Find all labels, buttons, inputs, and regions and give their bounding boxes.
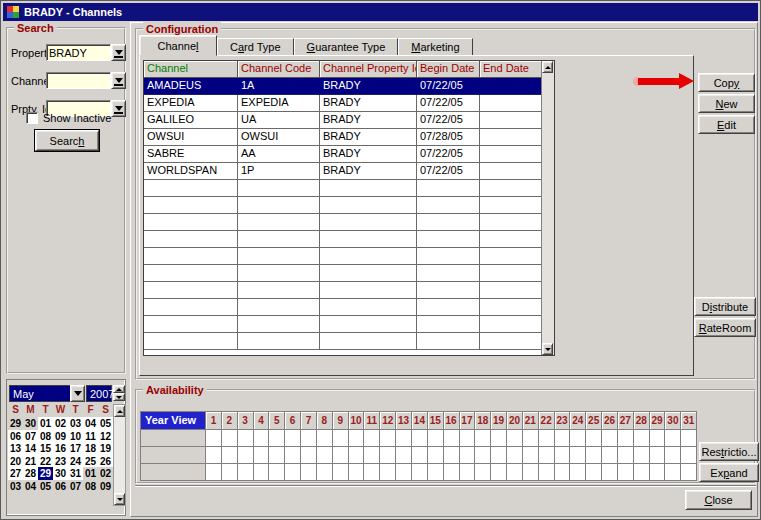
availability-cell[interactable] xyxy=(586,464,602,481)
table-cell[interactable] xyxy=(320,316,417,333)
availability-cell[interactable] xyxy=(364,447,380,464)
new-button[interactable]: New xyxy=(698,94,755,113)
availability-cell[interactable] xyxy=(444,464,460,481)
calendar-day[interactable]: 01 xyxy=(38,417,53,430)
table-cell[interactable]: BRADY xyxy=(320,129,417,146)
calendar-day[interactable]: 06 xyxy=(53,480,68,493)
availability-cell[interactable] xyxy=(523,430,539,447)
calendar-day[interactable]: 26 xyxy=(98,455,113,468)
table-cell[interactable] xyxy=(480,112,542,129)
availability-cell[interactable] xyxy=(555,430,571,447)
calendar-day[interactable]: 04 xyxy=(83,417,98,430)
availability-cell[interactable] xyxy=(586,430,602,447)
table-cell[interactable] xyxy=(238,299,320,316)
table-cell[interactable] xyxy=(238,214,320,231)
table-cell[interactable] xyxy=(480,214,542,231)
table-cell[interactable] xyxy=(320,214,417,231)
calendar-scroll-down-button[interactable] xyxy=(114,493,125,505)
table-cell[interactable] xyxy=(238,333,320,350)
year-down-button[interactable] xyxy=(113,393,125,401)
calendar-day[interactable]: 10 xyxy=(68,430,83,443)
table-cell[interactable] xyxy=(320,197,417,214)
calendar-day[interactable]: 13 xyxy=(8,442,23,455)
availability-cell[interactable] xyxy=(396,430,412,447)
calendar-day[interactable]: 02 xyxy=(53,417,68,430)
calendar-day[interactable]: 17 xyxy=(68,442,83,455)
availability-cell[interactable] xyxy=(428,430,444,447)
table-cell[interactable] xyxy=(144,180,238,197)
availability-cell[interactable] xyxy=(618,447,634,464)
availability-cell[interactable] xyxy=(301,464,317,481)
availability-cell[interactable] xyxy=(602,430,618,447)
availability-cell[interactable] xyxy=(634,447,650,464)
table-cell[interactable]: 1A xyxy=(238,78,320,95)
availability-cell[interactable] xyxy=(206,447,222,464)
availability-cell[interactable] xyxy=(333,447,349,464)
availability-cell[interactable] xyxy=(507,447,523,464)
availability-cell[interactable] xyxy=(602,464,618,481)
table-row-empty[interactable] xyxy=(144,333,542,350)
availability-cell[interactable] xyxy=(650,430,666,447)
availability-cell[interactable] xyxy=(570,430,586,447)
expand-button[interactable]: Expand xyxy=(699,463,759,482)
calendar-day[interactable]: 30 xyxy=(23,417,38,430)
table-cell[interactable] xyxy=(238,265,320,282)
table-cell[interactable] xyxy=(320,282,417,299)
calendar-day[interactable]: 02 xyxy=(98,467,113,480)
calendar-day[interactable]: 23 xyxy=(53,455,68,468)
calendar-day[interactable]: 09 xyxy=(53,430,68,443)
availability-cell[interactable] xyxy=(507,430,523,447)
availability-cell[interactable] xyxy=(475,464,491,481)
table-cell[interactable]: OWSUI xyxy=(144,129,238,146)
table-cell[interactable] xyxy=(238,316,320,333)
table-cell[interactable] xyxy=(238,197,320,214)
table-cell[interactable] xyxy=(480,299,542,316)
calendar-day[interactable]: 15 xyxy=(38,442,53,455)
table-cell[interactable] xyxy=(320,231,417,248)
table-cell[interactable] xyxy=(238,248,320,265)
availability-cell[interactable] xyxy=(428,447,444,464)
availability-cell[interactable] xyxy=(460,464,476,481)
property-input[interactable] xyxy=(46,44,111,61)
table-row-empty[interactable] xyxy=(144,214,542,231)
availability-cell[interactable] xyxy=(349,447,365,464)
availability-cell[interactable] xyxy=(650,464,666,481)
table-scroll-up-button[interactable] xyxy=(542,61,553,73)
availability-cell[interactable] xyxy=(380,464,396,481)
table-cell[interactable] xyxy=(480,265,542,282)
availability-cell[interactable] xyxy=(317,430,333,447)
availability-cell[interactable] xyxy=(412,464,428,481)
availability-cell[interactable] xyxy=(317,464,333,481)
table-row[interactable]: EXPEDIAEXPEDIABRADY07/22/05 xyxy=(144,95,542,112)
table-cell[interactable] xyxy=(480,197,542,214)
table-row[interactable]: OWSUIOWSUIBRADY07/28/05 xyxy=(144,129,542,146)
table-cell[interactable] xyxy=(480,129,542,146)
rateroom-button[interactable]: RateRoom xyxy=(694,318,756,337)
calendar-day[interactable]: 08 xyxy=(38,430,53,443)
availability-cell[interactable] xyxy=(681,464,697,481)
edit-button[interactable]: Edit xyxy=(698,115,755,134)
table-cell[interactable]: GALILEO xyxy=(144,112,238,129)
table-row[interactable]: WORLDSPAN1PBRADY07/22/05 xyxy=(144,163,542,180)
calendar-day[interactable]: 07 xyxy=(68,480,83,493)
availability-cell[interactable] xyxy=(238,430,254,447)
table-cell[interactable]: 07/28/05 xyxy=(417,129,480,146)
availability-cell[interactable] xyxy=(586,447,602,464)
table-cell[interactable]: BRADY xyxy=(320,95,417,112)
table-cell[interactable]: 07/22/05 xyxy=(417,112,480,129)
availability-cell[interactable] xyxy=(238,464,254,481)
table-cell[interactable]: SABRE xyxy=(144,146,238,163)
table-cell[interactable]: AA xyxy=(238,146,320,163)
tab-guarantee-type[interactable]: Guarantee Type xyxy=(294,38,399,56)
table-cell[interactable] xyxy=(238,282,320,299)
availability-cell[interactable] xyxy=(634,464,650,481)
year-up-button[interactable] xyxy=(113,385,125,393)
show-inactive-checkbox[interactable] xyxy=(26,112,38,124)
availability-cell[interactable] xyxy=(555,464,571,481)
table-row-empty[interactable] xyxy=(144,231,542,248)
availability-cell[interactable] xyxy=(269,447,285,464)
availability-cell[interactable] xyxy=(396,447,412,464)
calendar-day[interactable]: 06 xyxy=(8,430,23,443)
availability-cell[interactable] xyxy=(523,447,539,464)
table-cell[interactable] xyxy=(144,248,238,265)
